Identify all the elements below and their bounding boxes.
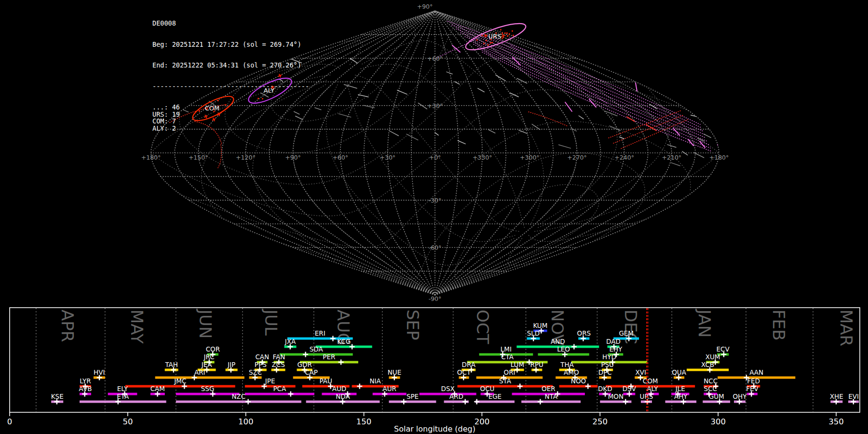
- equator-longitude-label: +240°: [614, 154, 634, 161]
- shower-label: ARI: [194, 368, 205, 376]
- shower-label: OER: [542, 385, 556, 393]
- shower-label: SDA: [310, 345, 324, 353]
- red-track: [529, 112, 568, 126]
- shower-bar-jmc: [125, 385, 235, 388]
- meteor-dash: [496, 75, 505, 81]
- shower-label: FAN: [273, 353, 285, 361]
- month-label: MAR: [837, 310, 856, 346]
- meteor-dash: [447, 72, 452, 74]
- shower-label: FEV: [746, 385, 759, 393]
- meteor-dash: [579, 116, 583, 119]
- shower-label: CTA: [501, 353, 514, 361]
- shower-bar-aur: [373, 393, 407, 395]
- shower-label: CAM: [150, 385, 165, 393]
- meteor-dash: [488, 130, 495, 133]
- meteor-dash: [397, 90, 407, 94]
- meteor-dash: [691, 115, 699, 117]
- meteor-dash: [667, 145, 676, 148]
- shower-label: CAP: [305, 368, 318, 376]
- latitude-label: -90°: [429, 295, 442, 302]
- shower-label: AHY: [674, 393, 688, 400]
- shower-label: PCA: [273, 385, 286, 393]
- month-label: SEP: [403, 310, 422, 340]
- shower-label: XVI: [636, 368, 646, 376]
- meteor-dash: [344, 84, 357, 88]
- meteor-report-page: DE0008 Beg: 20251221 17:27:22 (sol = 269…: [0, 0, 868, 434]
- shower-label: SZC: [249, 368, 262, 376]
- shower-label: SCC: [704, 385, 717, 393]
- decor: [354, 75, 519, 231]
- radiant-sky-map: URSALYCOM+180°+150°+120°+90°+60°+30°+0°+…: [0, 0, 868, 305]
- shower-label: NIA: [369, 377, 381, 385]
- shower-label: LUM: [511, 361, 524, 368]
- latitude-label: +30°: [427, 102, 443, 109]
- shower-label: AMO: [564, 368, 579, 376]
- shower-label: JRC: [203, 353, 215, 361]
- shower-label: OHY: [732, 393, 747, 400]
- shower-bar-jpe: [245, 385, 296, 388]
- shower-label: KUM: [533, 322, 547, 329]
- shower-peak-marker: [517, 384, 523, 389]
- shower-bar-kcg: [316, 346, 372, 348]
- shower-peak-marker: [357, 384, 362, 389]
- radiant-dot: [502, 37, 503, 39]
- shower-label: PER: [323, 353, 335, 361]
- shower-label: JEA: [201, 361, 213, 368]
- decor: [359, 64, 525, 228]
- meteor-dash: [698, 96, 707, 101]
- radiant-dot: [506, 32, 508, 34]
- shower-label: SLD: [527, 329, 540, 337]
- month-label: MAY: [127, 310, 147, 344]
- meteor-dash: [478, 88, 485, 92]
- shower-label: OCU: [480, 385, 495, 393]
- shower-label: EHY: [609, 345, 623, 353]
- meteor-dash: [650, 104, 657, 109]
- shower-label: SPE: [407, 393, 419, 400]
- drift-track: [511, 46, 608, 104]
- shower-label: SSG: [201, 385, 215, 393]
- meteor-dash: [56, 185, 65, 190]
- station-id: DE0008: [152, 20, 309, 27]
- shower-bar-sda: [280, 353, 353, 356]
- shower-label: NUE: [388, 368, 402, 376]
- shower-activity-calendar: APRMAYJUNJULAUGSEPOCTNOVDECJANFEBMARKUME…: [0, 305, 868, 434]
- meteor-dash: [671, 163, 680, 165]
- shower-label: NOO: [571, 377, 586, 385]
- shower-peak-marker: [303, 352, 308, 357]
- count-row: COM: 7: [152, 118, 309, 125]
- shower-peak-marker: [474, 399, 479, 405]
- meteor-dash: [315, 108, 321, 109]
- shower-label: JPE: [265, 377, 275, 385]
- meteor-dash: [698, 138, 705, 141]
- equator-longitude-label: +0°: [429, 154, 441, 161]
- equator-longitude-label: +210°: [662, 154, 682, 161]
- count-row: URS: 19: [152, 111, 309, 118]
- red-track: [218, 145, 221, 168]
- report-header: DE0008 Beg: 20251221 17:27:22 (sol = 269…: [152, 6, 309, 125]
- x-tick-label: 200: [475, 417, 490, 426]
- shower-label: ZCS: [271, 361, 285, 368]
- meteor-dash: [435, 133, 438, 135]
- meteor-dash-magenta: [565, 102, 572, 111]
- interval-begin: Beg: 20251221 17:27:22 (sol = 269.74°): [152, 41, 309, 48]
- radiant-dot: [500, 29, 502, 31]
- shower-bar-eta: [80, 401, 166, 403]
- shower-label: JLE: [675, 385, 685, 393]
- equator-longitude-label: +150°: [189, 154, 208, 161]
- equator-longitude-label: +180°: [141, 154, 161, 161]
- shower-count-list: ...: 46URS: 19COM: 7ALY: 2: [152, 104, 309, 111]
- header-separator: ----------------------------------------: [152, 83, 309, 90]
- shower-peak-marker: [623, 399, 628, 405]
- meteor-dash: [390, 131, 399, 136]
- shower-label: QUA: [672, 368, 687, 376]
- radiant-dot: [502, 32, 503, 34]
- count-row: ALY: 2: [152, 125, 309, 132]
- interval-end: End: 20251222 05:34:31 (sol = 270.26°): [152, 62, 309, 69]
- shower-bar-pca: [245, 393, 314, 395]
- shower-label: TAH: [164, 361, 178, 368]
- shower-label: XHE: [830, 393, 843, 400]
- shower-label: HVI: [94, 368, 105, 376]
- decor: [281, 153, 645, 279]
- shower-peak-marker: [339, 360, 344, 365]
- shower-label: GDR: [298, 361, 312, 368]
